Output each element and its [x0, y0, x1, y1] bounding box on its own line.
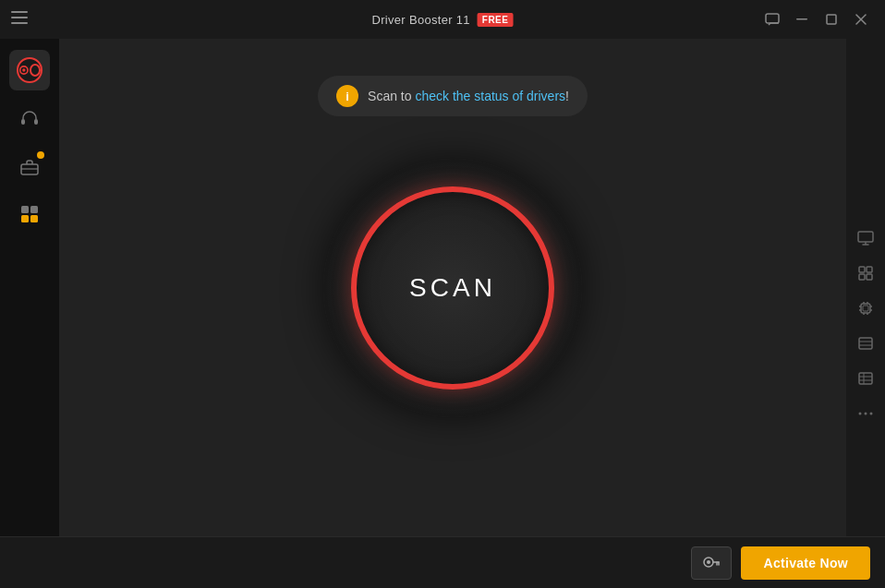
- svg-rect-26: [863, 306, 868, 311]
- svg-rect-17: [30, 215, 38, 222]
- svg-rect-15: [30, 206, 38, 213]
- svg-rect-5: [827, 15, 836, 24]
- right-panel-more[interactable]: [849, 399, 882, 428]
- svg-rect-14: [21, 206, 29, 213]
- toolbox-icon: [19, 157, 40, 175]
- svg-rect-0: [11, 11, 28, 13]
- key-button[interactable]: [691, 546, 732, 580]
- title-bar-center: Driver Booster 11 FREE: [372, 13, 514, 27]
- title-bar: Driver Booster 11 FREE: [0, 0, 885, 39]
- sidebar-item-apps[interactable]: [9, 194, 50, 234]
- svg-rect-18: [858, 232, 873, 242]
- svg-point-42: [859, 413, 862, 415]
- scan-button[interactable]: SCAN: [351, 186, 554, 390]
- right-panel-monitor[interactable]: [849, 223, 882, 253]
- svg-point-44: [870, 413, 873, 415]
- svg-rect-4: [796, 18, 807, 20]
- app-title: Driver Booster 11: [372, 13, 470, 27]
- svg-rect-1: [11, 17, 28, 18]
- svg-rect-24: [867, 274, 872, 280]
- content-area: i Scan to check the status of drivers! S…: [59, 39, 846, 536]
- main-layout: i Scan to check the status of drivers! S…: [0, 39, 885, 536]
- svg-rect-21: [859, 267, 865, 272]
- info-text-before: Scan to: [368, 89, 415, 103]
- right-panel-network[interactable]: [849, 364, 882, 393]
- svg-rect-11: [34, 119, 38, 125]
- svg-rect-35: [859, 338, 872, 349]
- info-icon: i: [336, 85, 358, 107]
- free-badge: FREE: [478, 13, 514, 27]
- svg-rect-2: [11, 22, 28, 24]
- svg-rect-10: [21, 119, 25, 125]
- feedback-button[interactable]: [759, 6, 785, 32]
- activate-now-button[interactable]: Activate Now: [741, 546, 870, 580]
- apps-icon: [19, 204, 40, 224]
- info-text: Scan to check the status of drivers!: [368, 89, 569, 103]
- scan-outer-ring: SCAN: [323, 159, 582, 417]
- svg-point-46: [707, 560, 710, 564]
- svg-point-43: [865, 413, 867, 415]
- hamburger-menu-icon[interactable]: [7, 7, 31, 31]
- svg-point-9: [22, 68, 25, 71]
- tools-badge: [37, 151, 44, 159]
- headphone-icon: [19, 108, 40, 128]
- svg-rect-22: [867, 267, 872, 272]
- right-panel: [846, 39, 885, 536]
- minimize-button[interactable]: [789, 6, 815, 32]
- sidebar-item-tools[interactable]: [9, 146, 50, 186]
- svg-rect-23: [859, 274, 865, 280]
- close-button[interactable]: [848, 6, 874, 32]
- right-panel-chip[interactable]: [849, 294, 882, 323]
- sidebar-item-driver-booster[interactable]: [9, 50, 50, 90]
- scan-container: SCAN: [323, 159, 582, 417]
- svg-rect-16: [21, 215, 29, 222]
- svg-rect-3: [766, 14, 779, 23]
- title-bar-left: [7, 7, 31, 31]
- sidebar: [0, 39, 59, 536]
- maximize-button[interactable]: [818, 6, 844, 32]
- svg-rect-38: [859, 373, 872, 384]
- right-panel-display[interactable]: [849, 329, 882, 358]
- driver-booster-icon: [17, 57, 42, 83]
- info-text-after: !: [565, 89, 569, 103]
- info-banner: i Scan to check the status of drivers!: [318, 76, 588, 116]
- sidebar-item-audio[interactable]: [9, 98, 50, 138]
- title-bar-controls: [759, 6, 874, 32]
- info-text-highlight: check the status of drivers: [415, 89, 565, 103]
- right-panel-windows[interactable]: [849, 258, 882, 288]
- bottom-bar: Activate Now: [0, 536, 885, 588]
- scan-label: SCAN: [409, 273, 496, 303]
